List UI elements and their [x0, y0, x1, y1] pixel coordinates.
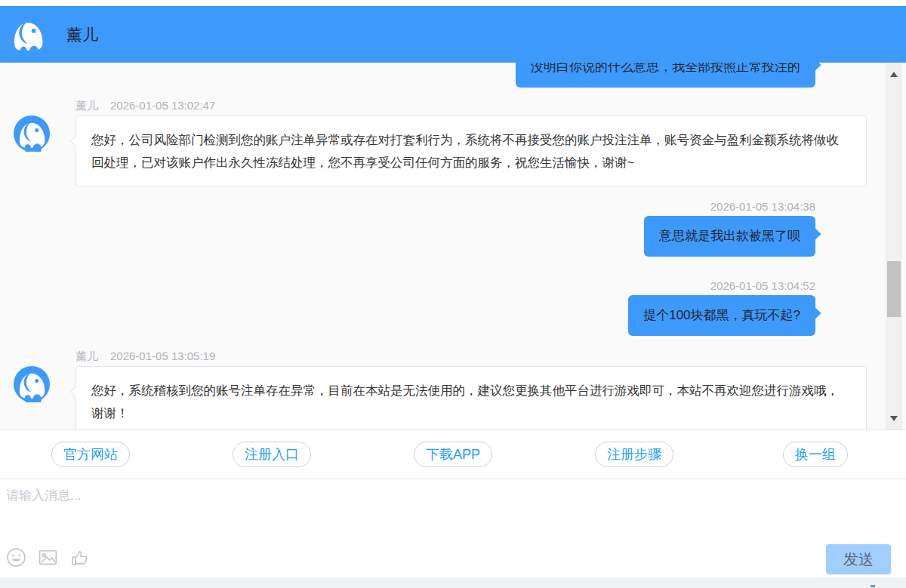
message-text: 提个100块都黑，真玩不起? [643, 308, 800, 322]
thumbs-up-icon[interactable] [69, 547, 90, 568]
bubble-caret [70, 386, 81, 397]
quick-reply-official-site[interactable]: 官方网站 [51, 442, 130, 467]
scrollbar-track[interactable] [886, 63, 902, 430]
user-message-bubble: 提个100块都黑，真玩不起? [628, 295, 815, 336]
message-meta: 薰儿2026-01-05 13:05:19 [76, 349, 215, 364]
message-timestamp: 2026-01-05 13:05:19 [110, 349, 215, 362]
quick-reply-register-steps[interactable]: 注册步骤 [595, 442, 673, 467]
message-text: 您好，系统稽核到您的账号注单存在异常，目前在本站是无法使用的，建议您更换其他平台… [91, 383, 839, 420]
composer: 发送 [0, 479, 906, 577]
bubble-caret [809, 63, 821, 71]
bottom-strip-artifact [871, 585, 875, 587]
quick-reply-download-app[interactable]: 下载APP [414, 442, 492, 467]
quick-reply-bar: 官方网站 注册入口 下载APP 注册步骤 换一组 [0, 431, 906, 478]
message-text: 您好，公司风险部门检测到您的账户注单异常或存在对打套利行为，系统将不再接受您的账… [91, 133, 839, 169]
emoji-icon[interactable] [6, 547, 26, 568]
agent-avatar [14, 115, 50, 152]
composer-toolbar [6, 547, 90, 568]
message-input[interactable] [6, 488, 535, 503]
bubble-caret [809, 307, 821, 320]
elephant-logo-icon [8, 14, 48, 55]
agent-name-title: 薰儿 [66, 24, 98, 45]
chat-header: 薰儿 [0, 6, 906, 63]
chat-message-area: 没明白你说的什么意思，我全部按照正常投注的 薰儿2026-01-05 13:02… [0, 63, 906, 430]
scroll-down-arrow-icon[interactable] [890, 416, 898, 421]
message-meta: 薰儿2026-01-05 13:02:47 [76, 99, 215, 113]
user-message-bubble: 没明白你说的什么意思，我全部按照正常投注的 [516, 63, 815, 88]
agent-message-bubble: 您好，公司风险部门检测到您的账户注单异常或存在对打套利行为，系统将不再接受您的账… [76, 115, 867, 186]
message-text: 意思就是我出款被黑了呗 [659, 229, 800, 243]
scrollbar-thumb[interactable] [887, 261, 901, 317]
sender-name: 薰儿 [76, 349, 98, 362]
send-button[interactable]: 发送 [826, 544, 891, 574]
bubble-caret [809, 228, 821, 241]
message-text: 没明白你说的什么意思，我全部按照正常投注的 [531, 63, 800, 74]
user-message-bubble: 意思就是我出款被黑了呗 [644, 216, 815, 257]
quick-reply-swap-group[interactable]: 换一组 [783, 442, 848, 467]
bottom-strip [0, 577, 906, 588]
image-icon[interactable] [38, 547, 58, 568]
scroll-up-arrow-icon[interactable] [890, 72, 898, 77]
sender-name: 薰儿 [76, 99, 98, 112]
agent-avatar [14, 366, 50, 402]
message-timestamp: 2026-01-05 13:04:52 [710, 279, 815, 292]
bubble-caret [70, 136, 81, 146]
message-timestamp: 2026-01-05 13:02:47 [110, 99, 215, 112]
agent-message-bubble: 您好，系统稽核到您的账号注单存在异常，目前在本站是无法使用的，建议您更换其他平台… [76, 366, 867, 430]
message-timestamp: 2026-01-05 13:04:38 [710, 200, 815, 213]
quick-reply-register-entry[interactable]: 注册入口 [233, 442, 311, 467]
chat-window: 薰儿 没明白你说的什么意思，我全部按照正常投注的 薰儿2026-01-05 13… [0, 0, 906, 588]
